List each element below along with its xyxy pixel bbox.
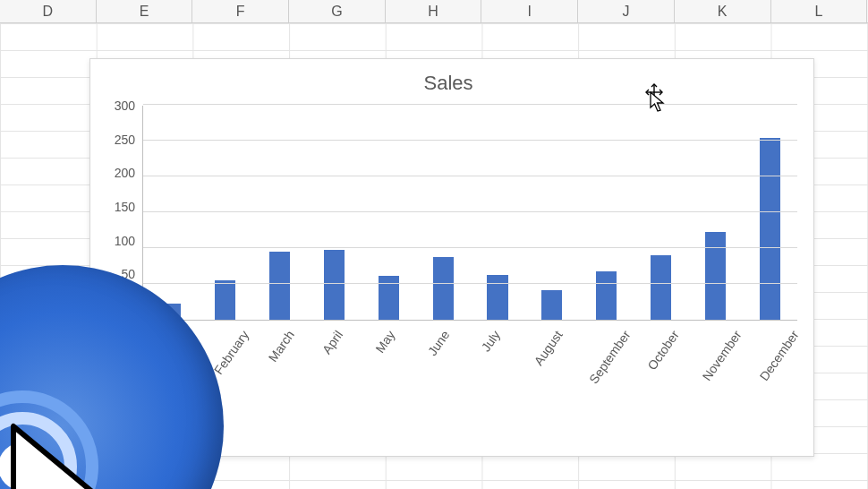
gridline xyxy=(143,104,797,105)
column-header-row: D E F G H I J K L xyxy=(0,0,868,23)
column-header[interactable]: F xyxy=(192,0,289,22)
bar[interactable] xyxy=(215,280,235,320)
bar-slot xyxy=(252,106,307,320)
y-tick: 200 xyxy=(99,167,135,179)
y-tick: 300 xyxy=(99,99,135,112)
bar[interactable] xyxy=(433,257,454,320)
bar-slot xyxy=(743,106,797,320)
bar[interactable] xyxy=(487,275,507,320)
column-header[interactable]: G xyxy=(289,0,386,22)
x-tick-label: February xyxy=(195,321,248,340)
x-tick-label: August xyxy=(515,321,567,340)
y-tick: 150 xyxy=(99,201,135,213)
x-axis: JanuaryFebruaryMarchAprilMayJuneJulyAugu… xyxy=(142,321,797,340)
move-cursor-icon xyxy=(644,82,664,105)
bar-slot xyxy=(362,106,416,320)
x-tick-label: March xyxy=(249,321,302,340)
bar-slot xyxy=(524,106,579,320)
bar[interactable] xyxy=(705,232,726,320)
gridline xyxy=(143,176,797,176)
bar[interactable] xyxy=(760,138,780,320)
bar[interactable] xyxy=(269,252,290,320)
bar[interactable] xyxy=(651,255,671,320)
x-tick-label: June xyxy=(408,321,461,340)
x-tick-label: October xyxy=(628,321,681,340)
column-header[interactable]: I xyxy=(481,0,578,22)
gridline xyxy=(143,283,797,284)
gridline xyxy=(143,140,797,141)
bar[interactable] xyxy=(324,250,345,320)
x-tick-label: April xyxy=(302,321,354,340)
gridline xyxy=(143,211,797,212)
y-tick: 100 xyxy=(99,235,135,247)
column-header[interactable]: J xyxy=(578,0,675,22)
column-header[interactable]: D xyxy=(0,0,97,22)
bar-slot xyxy=(688,106,743,320)
bar[interactable] xyxy=(541,290,562,320)
bar-slot xyxy=(471,106,525,320)
y-tick: 250 xyxy=(99,133,135,146)
chart-plot[interactable] xyxy=(142,106,797,321)
x-tick-label: July xyxy=(461,321,514,340)
x-tick-label: September xyxy=(567,321,628,340)
column-header[interactable]: E xyxy=(97,0,193,22)
svg-marker-2 xyxy=(651,92,663,111)
gridline xyxy=(143,247,797,248)
column-header[interactable]: H xyxy=(386,0,482,22)
x-tick-label: November xyxy=(682,321,740,340)
bar-slot xyxy=(579,106,634,320)
bar-slot xyxy=(307,106,362,320)
bar-slot xyxy=(198,106,252,320)
chart-title[interactable]: Sales xyxy=(99,72,797,95)
bar-slot xyxy=(143,106,198,320)
bar[interactable] xyxy=(596,271,617,320)
x-tick-label: December xyxy=(739,321,797,340)
svg-marker-3 xyxy=(13,426,98,489)
bar-slot xyxy=(416,106,471,320)
column-header[interactable]: K xyxy=(675,0,771,22)
bar-slot xyxy=(634,106,688,320)
cursor-arrow-icon xyxy=(4,417,130,489)
x-tick-label: May xyxy=(355,321,408,340)
plot-area[interactable]: 300 250 200 150 100 50 0 xyxy=(99,106,797,321)
bars-container xyxy=(143,106,797,320)
column-header[interactable]: L xyxy=(771,0,868,22)
